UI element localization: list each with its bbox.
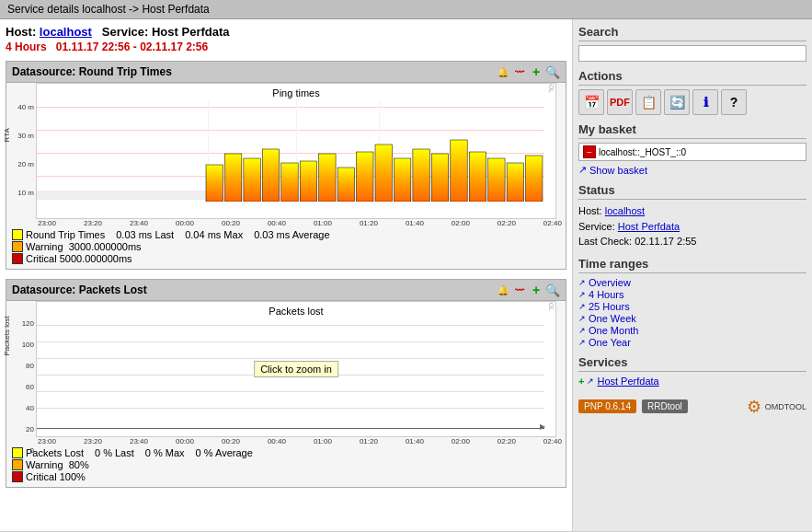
- rtt-x-0200: 02:00: [452, 219, 470, 227]
- service-label: Service:: [102, 25, 149, 39]
- refresh-action-icon[interactable]: 🔄: [664, 89, 690, 115]
- svg-rect-7: [319, 154, 336, 202]
- pl-zoom-icon[interactable]: 🔍: [545, 283, 560, 297]
- datasource-pl-icons: 🔔 〰 + 🔍: [496, 283, 560, 297]
- pl-critical-label: Critical 100%: [26, 471, 86, 482]
- rtt-chart-svg: [37, 98, 544, 202]
- status-content: Host: localhost Service: Host Perfdata L…: [578, 203, 806, 249]
- 4hours-link-icon: ↗: [578, 290, 586, 299]
- 25hours-link-icon: ↗: [578, 302, 586, 311]
- rtt-legend: Round Trip Times 0.03 ms Last 0.04 ms Ma…: [6, 227, 566, 269]
- search-section: Search: [578, 25, 806, 62]
- rtt-legend-row3: Critical 5000.000000ms: [12, 253, 560, 264]
- rtt-rrdtool-label: RRDTOOL: [548, 83, 555, 93]
- rtt-max-val: 0.04 ms Max: [185, 229, 243, 240]
- rtt-x-2300: 23:00: [38, 219, 56, 227]
- svg-rect-0: [37, 191, 206, 200]
- datasource-rtt-icons: 🔔 〰 + 🔍: [496, 64, 560, 79]
- rtt-x-0220: 02:20: [497, 219, 516, 227]
- rtt-x-0120: 01:20: [360, 219, 378, 227]
- rtt-chart-title: Ping times: [37, 87, 555, 98]
- pl-wave-icon[interactable]: 〰: [512, 283, 527, 297]
- pl-add-icon[interactable]: +: [529, 283, 543, 297]
- time-link-25hours[interactable]: ↗ 25 Hours: [578, 301, 806, 312]
- services-link-icon: ↗: [587, 376, 594, 386]
- time-link-oneyear[interactable]: ↗ One Year: [578, 337, 806, 348]
- status-service-val: Host Perfdata: [618, 221, 680, 232]
- pl-chart-area: Packets lost RRDTOOL Click to zoom in: [36, 301, 556, 437]
- services-plus-icon[interactable]: +: [578, 376, 584, 387]
- logo-icon: ⚙: [747, 397, 761, 417]
- title-bar: Service details localhost -> Host Perfda…: [0, 0, 812, 19]
- pl-last-val: 0 % Last: [95, 447, 134, 458]
- rtt-x-axis: 23:00 23:20 23:40 00:00 00:20 00:40 01:0…: [10, 219, 562, 227]
- oneweek-link-icon: ↗: [578, 314, 586, 323]
- pl-x-0000: 00:00: [176, 437, 194, 445]
- pl-x-0100: 01:00: [314, 437, 332, 445]
- pl-legend-row3: Critical 100%: [12, 471, 560, 482]
- basket-item: − localhost::_HOST_::0: [578, 143, 806, 161]
- services-item-label[interactable]: Host Perfdata: [597, 376, 658, 387]
- pl-x-2340: 23:40: [130, 437, 148, 445]
- pl-zoom-text: Click to zoom in: [260, 364, 332, 375]
- pl-zoom-tooltip[interactable]: Click to zoom in: [254, 361, 338, 377]
- rtt-color-swatch: [12, 229, 23, 240]
- rtt-legend-row1: Round Trip Times 0.03 ms Last 0.04 ms Ma…: [12, 229, 560, 240]
- document-action-icon[interactable]: 📋: [635, 89, 661, 115]
- pl-grid-3: [37, 358, 544, 359]
- pl-y-80: 80: [10, 362, 34, 370]
- svg-rect-8: [337, 168, 354, 202]
- search-input[interactable]: [578, 45, 806, 62]
- rtt-zoom-icon[interactable]: 🔍: [545, 64, 560, 79]
- service-value: Host Perfdata: [152, 25, 230, 39]
- time-link-4hours[interactable]: ↗ 4 Hours: [578, 289, 806, 300]
- time-link-overview[interactable]: ↗ Overview: [578, 277, 806, 288]
- rtt-warning-swatch: [12, 241, 23, 252]
- svg-rect-3: [244, 158, 260, 202]
- services-section: Services + ↗ Host Perfdata: [578, 355, 806, 387]
- time-link-onemonth[interactable]: ↗ One Month: [578, 325, 806, 336]
- oneyear-link-icon: ↗: [578, 338, 586, 347]
- help-action-icon[interactable]: ?: [721, 89, 747, 115]
- pl-chart-container: 120 100 80 60 40 20 0 Packets lost Packe…: [6, 301, 566, 445]
- svg-rect-14: [451, 140, 467, 202]
- rtt-legend-rtt: Round Trip Times: [12, 229, 105, 240]
- rtt-y-30: 30 m: [10, 132, 34, 140]
- services-host-perfdata: + ↗ Host Perfdata: [578, 376, 806, 387]
- actions-title: Actions: [578, 69, 806, 86]
- info-action-icon[interactable]: ℹ: [692, 89, 718, 115]
- svg-rect-10: [375, 145, 392, 202]
- status-section: Status Host: localhost Service: Host Per…: [578, 183, 806, 249]
- rtt-legend-critical: Critical 5000.000000ms: [12, 253, 132, 264]
- basket-remove-btn[interactable]: −: [583, 145, 596, 158]
- pl-x-0240: 02:40: [543, 437, 562, 445]
- rtt-add-icon[interactable]: +: [529, 64, 543, 79]
- status-host-row: Host: localhost: [578, 203, 806, 219]
- rtt-wave-icon[interactable]: 〰: [512, 64, 527, 79]
- svg-rect-1: [206, 165, 223, 202]
- time-link-oneweek[interactable]: ↗ One Week: [578, 313, 806, 324]
- rtt-y-axis: 40 m 30 m 20 m 10 m: [10, 103, 34, 197]
- rtt-y-10: 10 m: [10, 189, 34, 197]
- pl-alert-icon[interactable]: 🔔: [496, 283, 510, 297]
- pdf-action-icon[interactable]: PDF: [607, 89, 633, 115]
- show-basket-link[interactable]: ↗ Show basket: [578, 164, 806, 176]
- host-label: Host:: [6, 25, 36, 39]
- time-link-onemonth-label: One Month: [589, 325, 638, 336]
- svg-rect-4: [262, 149, 279, 202]
- pl-x-2300: 23:00: [38, 437, 56, 445]
- rtt-critical-swatch: [12, 253, 23, 264]
- basket-title: My basket: [578, 122, 806, 139]
- logo-text: OMDTOOL: [765, 402, 806, 411]
- pl-legend-warning: Warning 80%: [12, 459, 89, 470]
- pl-grid-2: [37, 341, 544, 342]
- rtt-alert-icon[interactable]: 🔔: [496, 64, 510, 79]
- pl-warning-swatch: [12, 459, 23, 470]
- rtt-y-20: 20 m: [10, 160, 34, 168]
- rtt-x-0000: 00:00: [176, 219, 194, 227]
- time-start: 01.11.17 22:56: [56, 40, 131, 53]
- pl-x-0200: 02:00: [452, 437, 470, 445]
- calendar-action-icon[interactable]: 📅: [578, 89, 604, 115]
- pl-legend: Packets Lost 0 % Last 0 % Max 0 % Averag…: [6, 445, 566, 487]
- status-host-link[interactable]: localhost: [605, 205, 645, 216]
